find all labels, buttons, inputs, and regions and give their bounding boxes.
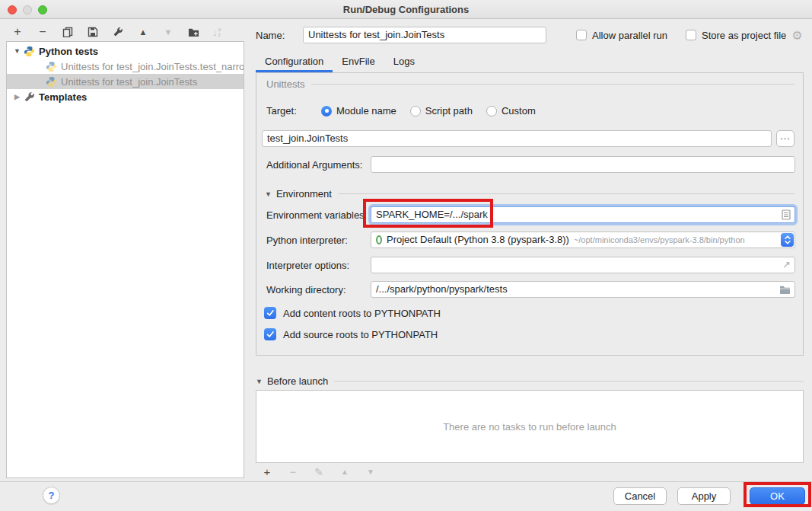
- cancel-button[interactable]: Cancel: [613, 487, 667, 505]
- additional-arguments-input[interactable]: [371, 156, 795, 173]
- new-folder-icon[interactable]: [187, 26, 199, 38]
- additional-arguments-row: Additional Arguments:: [266, 156, 794, 173]
- environment-variables-row: Environment variables: SPARK_HOME=/.../s…: [266, 206, 794, 223]
- tab-envfile[interactable]: EnvFile: [333, 50, 384, 72]
- collapse-triangle-icon[interactable]: ▼: [265, 190, 272, 198]
- add-content-roots-label: Add content roots to PYTHONPATH: [283, 308, 441, 319]
- module-name-label: Module name: [336, 105, 396, 117]
- edit-variables-icon[interactable]: [782, 209, 791, 220]
- before-launch-toolbar: + − ✎ ▲ ▼: [261, 465, 377, 479]
- window-title: Run/Debug Configurations: [343, 4, 469, 15]
- unittests-group-title: Unittests: [266, 78, 305, 90]
- tree-item-label: Python tests: [39, 46, 98, 57]
- window-controls: [8, 5, 47, 14]
- collapsed-arrow-icon[interactable]: ▶: [13, 93, 21, 101]
- folder-icon[interactable]: [779, 285, 791, 294]
- edit-task-icon: ✎: [313, 466, 325, 478]
- allow-parallel-run-option[interactable]: Allow parallel run: [576, 30, 667, 41]
- combo-stepper-icon[interactable]: [781, 233, 794, 247]
- remove-configuration-icon[interactable]: −: [37, 26, 49, 38]
- footer-divider: [0, 481, 812, 482]
- python-interpreter-label: Python interpreter:: [266, 235, 371, 246]
- store-as-project-file-option[interactable]: Store as project file: [686, 30, 786, 41]
- move-task-up-icon: ▲: [339, 466, 351, 478]
- python-icon: [46, 76, 57, 88]
- tree-item-test-narrow[interactable]: Unittests for test_join.JoinTests.test_n…: [7, 59, 244, 74]
- tab-configuration[interactable]: Configuration: [256, 50, 333, 72]
- interpreter-options-row: Interpreter options: ↗: [266, 257, 794, 273]
- expand-field-icon[interactable]: ↗: [782, 257, 791, 273]
- working-directory-label: Working directory:: [266, 284, 371, 295]
- tree-item-jointests-selected[interactable]: Unittests for test_join.JoinTests: [7, 74, 244, 89]
- target-option-script-path[interactable]: Script path: [410, 105, 473, 117]
- target-label: Target:: [266, 105, 321, 117]
- environment-variables-label: Environment variables:: [266, 209, 371, 221]
- add-configuration-icon[interactable]: +: [11, 26, 24, 38]
- script-path-label: Script path: [425, 105, 473, 117]
- custom-label: Custom: [502, 105, 536, 117]
- target-row: Target: Module name Script path Custom: [266, 105, 794, 117]
- collapse-triangle-icon[interactable]: ▼: [256, 378, 263, 385]
- title-bar: Run/Debug Configurations: [0, 0, 812, 19]
- interpreter-options-label: Interpreter options:: [266, 260, 371, 271]
- add-content-roots-option[interactable]: Add content roots to PYTHONPATH: [264, 307, 441, 319]
- allow-parallel-run-label: Allow parallel run: [592, 30, 667, 41]
- group-divider: [338, 193, 794, 194]
- allow-parallel-run-checkbox[interactable]: [576, 30, 587, 40]
- target-input[interactable]: test_join.JoinTests: [262, 130, 772, 147]
- move-task-down-icon: ▼: [365, 466, 377, 478]
- custom-radio[interactable]: [486, 106, 497, 117]
- name-label: Name:: [256, 30, 303, 41]
- save-configuration-icon[interactable]: [87, 26, 99, 38]
- expanded-arrow-icon[interactable]: ▼: [13, 47, 21, 55]
- tree-item-label: Templates: [39, 91, 87, 103]
- help-icon: ?: [49, 490, 55, 501]
- tree-item-label: Unittests for test_join.JoinTests.test_n…: [61, 61, 244, 72]
- tab-logs[interactable]: Logs: [384, 50, 424, 72]
- name-row: Name: Unittests for test_join.JoinTests …: [256, 26, 804, 44]
- ok-button[interactable]: OK: [750, 487, 805, 505]
- group-divider: [311, 84, 794, 85]
- help-button[interactable]: ?: [43, 487, 60, 504]
- python-icon: [46, 61, 57, 72]
- configurations-tree: ▼ Python tests Unittests for test_join.J…: [6, 41, 244, 478]
- store-as-project-file-checkbox[interactable]: [686, 30, 696, 40]
- sort-configurations-icon: ↓ az: [212, 27, 221, 38]
- add-source-roots-option[interactable]: Add source roots to PYTHONPATH: [264, 328, 438, 340]
- before-launch-tasks-panel: There are no tasks to run before launch: [256, 390, 804, 463]
- target-option-custom[interactable]: Custom: [486, 105, 536, 117]
- interpreter-options-input[interactable]: ↗: [371, 257, 795, 273]
- python-icon: [24, 46, 35, 57]
- browse-button[interactable]: ...: [776, 130, 794, 147]
- tab-bar: Configuration EnvFile Logs: [256, 50, 424, 72]
- zoom-window-button[interactable]: [38, 5, 47, 14]
- no-tasks-message: There are no tasks to run before launch: [443, 421, 616, 433]
- name-input[interactable]: Unittests for test_join.JoinTests: [303, 27, 546, 43]
- add-task-icon[interactable]: +: [261, 466, 273, 478]
- add-source-roots-checkbox[interactable]: [264, 328, 276, 340]
- working-directory-input[interactable]: /.../spark/python/pyspark/tests: [371, 281, 795, 298]
- copy-configuration-icon[interactable]: [62, 26, 74, 38]
- script-path-radio[interactable]: [410, 106, 421, 117]
- gear-icon[interactable]: ⚙: [791, 28, 802, 43]
- interpreter-path: ~/opt/miniconda3/envs/pyspark-3.8/bin/py…: [574, 232, 745, 248]
- module-name-radio[interactable]: [321, 106, 332, 117]
- tree-item-templates[interactable]: ▶ Templates: [7, 89, 244, 104]
- environment-variables-input[interactable]: SPARK_HOME=/.../spark: [371, 206, 795, 223]
- python-interpreter-row: Python interpreter: Project Default (Pyt…: [266, 232, 794, 248]
- add-content-roots-checkbox[interactable]: [264, 307, 276, 319]
- python-interpreter-select[interactable]: Project Default (Python 3.8 (pyspark-3.8…: [371, 232, 795, 248]
- tree-item-python-tests[interactable]: ▼ Python tests: [7, 43, 244, 59]
- move-up-icon[interactable]: ▲: [137, 26, 149, 38]
- environment-group-title: Environment: [276, 188, 332, 200]
- close-window-button[interactable]: [8, 5, 17, 14]
- target-option-module-name[interactable]: Module name: [321, 105, 396, 117]
- apply-button[interactable]: Apply: [677, 487, 731, 505]
- interpreter-value: Project Default (Python 3.8 (pyspark-3.8…: [387, 232, 569, 248]
- store-as-project-file-label: Store as project file: [702, 30, 786, 41]
- unittests-group-header: Unittests: [266, 78, 794, 90]
- add-source-roots-label: Add source roots to PYTHONPATH: [283, 329, 438, 340]
- edit-templates-icon[interactable]: [112, 26, 124, 38]
- minimize-window-button: [23, 5, 32, 14]
- move-down-icon: ▼: [162, 26, 174, 38]
